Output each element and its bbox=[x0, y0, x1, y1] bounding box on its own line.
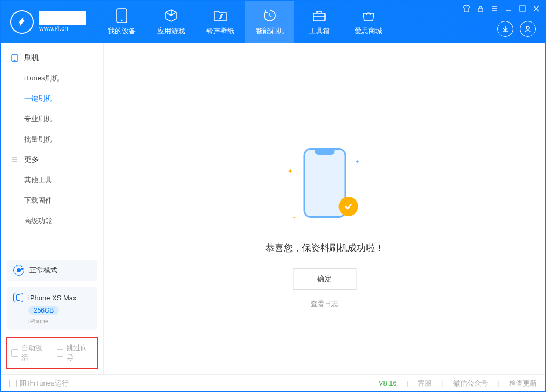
statusbar-link-update[interactable]: 检查更新 bbox=[509, 379, 537, 388]
app-logo-icon bbox=[10, 10, 34, 34]
phone-icon bbox=[10, 54, 19, 62]
app-window: 爱思助手 www.i4.cn 我的设备 应用游戏 铃声壁纸 智能刷机 bbox=[0, 0, 546, 392]
sidebar-item-other-tools[interactable]: 其他工具 bbox=[1, 170, 103, 190]
sparkle-icon: • bbox=[293, 215, 296, 220]
logo-text: 爱思助手 www.i4.cn bbox=[39, 11, 86, 33]
app-domain: www.i4.cn bbox=[39, 25, 86, 32]
svg-rect-9 bbox=[17, 295, 20, 301]
view-log-link[interactable]: 查看日志 bbox=[311, 299, 338, 309]
sidebar-item-advanced[interactable]: 高级功能 bbox=[1, 211, 103, 231]
ok-button[interactable]: 确定 bbox=[293, 268, 356, 290]
logo-block: 爱思助手 www.i4.cn bbox=[1, 10, 97, 34]
device-card[interactable]: iPhone XS Max 256GB iPhone bbox=[7, 287, 97, 330]
sidebar-item-oneclick-flash[interactable]: 一键刷机 bbox=[1, 88, 103, 109]
window-controls bbox=[463, 5, 540, 12]
separator: | bbox=[441, 379, 443, 387]
svg-rect-4 bbox=[478, 8, 483, 12]
minimize-icon[interactable] bbox=[505, 5, 512, 12]
checkbox-icon bbox=[11, 349, 18, 357]
statusbar: 阻止iTunes运行 V8.16 | 客服 | 微信公众号 | 检查更新 bbox=[1, 374, 545, 391]
statusbar-left: 阻止iTunes运行 bbox=[9, 379, 69, 388]
device-phone-icon bbox=[13, 293, 23, 302]
checkbox-icon bbox=[57, 349, 64, 357]
checkbox-label: 跳过向导 bbox=[67, 343, 92, 363]
checkbox-icon bbox=[9, 380, 17, 387]
nav-tab-label: 爱思商城 bbox=[355, 26, 382, 36]
nav-tab-my-device[interactable]: 我的设备 bbox=[97, 1, 146, 43]
checkbox-label: 阻止iTunes运行 bbox=[20, 379, 69, 388]
device-capacity: 256GB bbox=[28, 306, 59, 315]
maximize-icon[interactable] bbox=[519, 5, 526, 12]
sidebar-item-download-firmware[interactable]: 下载固件 bbox=[1, 190, 103, 211]
cube-icon bbox=[164, 8, 179, 23]
mode-icon bbox=[13, 265, 24, 276]
statusbar-right: V8.16 | 客服 | 微信公众号 | 检查更新 bbox=[379, 379, 537, 388]
main-content: ✦ ✦ • 恭喜您，保资料刷机成功啦！ 确定 查看日志 bbox=[104, 43, 545, 374]
checkbox-label: 自动激活 bbox=[21, 343, 47, 363]
sidebar-item-itunes-flash[interactable]: iTunes刷机 bbox=[1, 68, 103, 88]
close-icon[interactable] bbox=[533, 5, 540, 12]
success-message: 恭喜您，保资料刷机成功啦！ bbox=[265, 242, 384, 254]
nav-tab-label: 我的设备 bbox=[108, 26, 136, 36]
svg-point-1 bbox=[121, 20, 123, 21]
sidebar-item-batch-flash[interactable]: 批量刷机 bbox=[1, 129, 103, 150]
nav-tab-apps[interactable]: 应用游戏 bbox=[146, 1, 196, 43]
sidebar-scroll: 刷机 iTunes刷机 一键刷机 专业刷机 批量刷机 更多 其他工具 下载固件 … bbox=[1, 43, 103, 256]
mode-label: 正常模式 bbox=[29, 265, 57, 275]
checkbox-auto-activate[interactable]: 自动激活 bbox=[11, 343, 47, 363]
separator: | bbox=[407, 379, 408, 387]
toolbox-icon bbox=[312, 8, 327, 23]
download-icon[interactable] bbox=[497, 21, 513, 37]
svg-point-6 bbox=[526, 26, 529, 29]
nav-tab-store[interactable]: 爱思商城 bbox=[344, 1, 393, 43]
body: 刷机 iTunes刷机 一键刷机 专业刷机 批量刷机 更多 其他工具 下载固件 … bbox=[1, 43, 545, 374]
statusbar-link-support[interactable]: 客服 bbox=[418, 379, 432, 388]
svg-rect-5 bbox=[520, 6, 525, 11]
version-label: V8.16 bbox=[379, 379, 397, 387]
mode-card[interactable]: 正常模式 bbox=[7, 260, 97, 281]
sidebar-section-label: 更多 bbox=[24, 155, 39, 165]
menu-icon[interactable] bbox=[491, 5, 498, 12]
nav-tab-label: 应用游戏 bbox=[157, 26, 185, 36]
sidebar: 刷机 iTunes刷机 一键刷机 专业刷机 批量刷机 更多 其他工具 下载固件 … bbox=[1, 43, 104, 374]
success-illustration: ✦ ✦ • bbox=[287, 145, 362, 226]
refresh-icon bbox=[262, 8, 277, 23]
nav-tabs: 我的设备 应用游戏 铃声壁纸 智能刷机 工具箱 爱思商城 bbox=[97, 1, 393, 43]
list-icon bbox=[10, 156, 19, 164]
statusbar-link-wechat[interactable]: 微信公众号 bbox=[453, 379, 488, 388]
sparkle-icon: ✦ bbox=[287, 167, 293, 175]
sparkle-icon: ✦ bbox=[355, 159, 359, 165]
nav-tab-label: 铃声壁纸 bbox=[206, 26, 234, 36]
tshirt-icon[interactable] bbox=[463, 5, 470, 12]
svg-point-8 bbox=[14, 60, 15, 61]
device-name: iPhone XS Max bbox=[28, 294, 77, 302]
bottom-options-highlighted: 自动激活 跳过向导 bbox=[6, 337, 98, 369]
svg-rect-3 bbox=[313, 13, 325, 21]
nav-tab-toolbox[interactable]: 工具箱 bbox=[294, 1, 344, 43]
checkbox-block-itunes[interactable]: 阻止iTunes运行 bbox=[9, 379, 69, 388]
separator: | bbox=[498, 379, 499, 387]
lock-icon[interactable] bbox=[477, 5, 484, 12]
svg-point-2 bbox=[219, 18, 221, 19]
device-type: iPhone bbox=[28, 317, 90, 325]
nav-tab-label: 智能刷机 bbox=[256, 26, 284, 36]
nav-tab-ringtones[interactable]: 铃声壁纸 bbox=[196, 1, 245, 43]
sidebar-section-flash: 刷机 bbox=[1, 48, 103, 68]
device-icon bbox=[114, 8, 129, 23]
header-actions bbox=[497, 21, 536, 37]
sidebar-section-label: 刷机 bbox=[24, 53, 39, 63]
store-icon bbox=[361, 8, 376, 23]
sidebar-section-more: 更多 bbox=[1, 150, 103, 170]
music-folder-icon bbox=[213, 8, 228, 23]
checkmark-badge-icon bbox=[338, 197, 358, 216]
app-name: 爱思助手 bbox=[39, 11, 86, 25]
user-icon[interactable] bbox=[520, 21, 536, 37]
nav-tab-flash[interactable]: 智能刷机 bbox=[245, 1, 294, 43]
success-panel: ✦ ✦ • 恭喜您，保资料刷机成功啦！ 确定 查看日志 bbox=[265, 145, 384, 309]
nav-tab-label: 工具箱 bbox=[309, 26, 330, 36]
header: 爱思助手 www.i4.cn 我的设备 应用游戏 铃声壁纸 智能刷机 bbox=[1, 1, 545, 43]
checkbox-skip-guide[interactable]: 跳过向导 bbox=[57, 343, 93, 363]
sidebar-item-pro-flash[interactable]: 专业刷机 bbox=[1, 109, 103, 129]
